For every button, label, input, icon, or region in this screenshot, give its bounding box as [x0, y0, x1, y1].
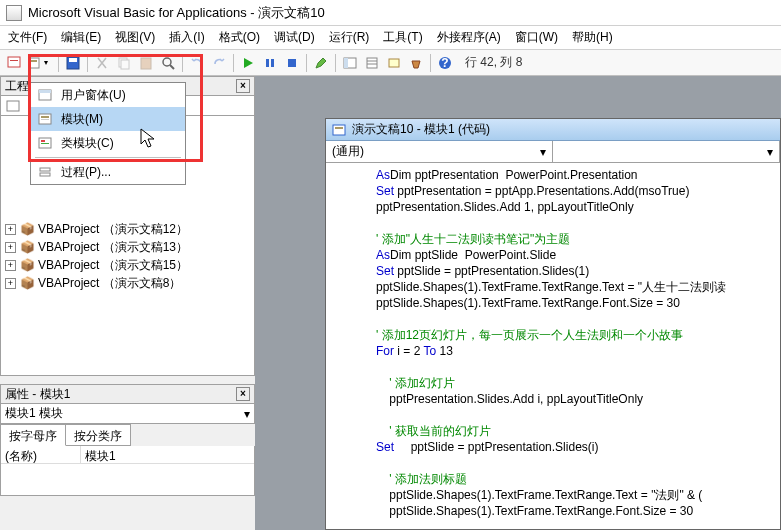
- svg-rect-5: [69, 58, 77, 62]
- menu-file[interactable]: 文件(F): [8, 29, 47, 46]
- code-window-title: 演示文稿10 - 模块1 (代码): [352, 121, 490, 138]
- tab-alphabetic[interactable]: 按字母序: [1, 424, 66, 446]
- svg-rect-2: [29, 58, 39, 68]
- properties-tabs: 按字母序 按分类序: [0, 424, 255, 446]
- code-window-titlebar[interactable]: 演示文稿10 - 模块1 (代码): [326, 119, 780, 141]
- app-icon: [6, 5, 22, 21]
- menu-tools[interactable]: 工具(T): [383, 29, 422, 46]
- userform-icon: [37, 87, 53, 103]
- cursor-position-status: 行 42, 列 8: [465, 54, 522, 71]
- help-button[interactable]: ?: [435, 53, 455, 73]
- menu-view[interactable]: 视图(V): [115, 29, 155, 46]
- svg-rect-28: [41, 140, 45, 142]
- tab-categorized[interactable]: 按分类序: [66, 424, 131, 446]
- object-browser-button[interactable]: [384, 53, 404, 73]
- code-window: 演示文稿10 - 模块1 (代码) (通用)▾ ▾ AsDim pptPrese…: [325, 118, 781, 530]
- svg-point-9: [163, 58, 171, 66]
- save-button[interactable]: [63, 53, 83, 73]
- svg-rect-32: [7, 101, 19, 111]
- code-editor[interactable]: AsDim pptPresentation PowerPoint.Present…: [326, 163, 780, 530]
- design-mode-button[interactable]: [311, 53, 331, 73]
- run-button[interactable]: [238, 53, 258, 73]
- svg-rect-23: [39, 90, 51, 93]
- project-icon: 📦: [20, 222, 34, 236]
- menu-edit[interactable]: 编辑(E): [61, 29, 101, 46]
- svg-rect-1: [10, 60, 18, 61]
- properties-object-combo[interactable]: 模块1 模块 ▾: [0, 404, 255, 424]
- toolbar: ? 行 42, 列 8: [0, 50, 781, 76]
- dropdown-userform-label: 用户窗体(U): [61, 87, 126, 104]
- dropdown-module[interactable]: 模块(M): [31, 107, 185, 131]
- insert-dropdown-menu: 用户窗体(U) 模块(M) 类模块(C) 过程(P)...: [30, 82, 186, 185]
- svg-rect-36: [335, 127, 343, 129]
- dropdown-userform[interactable]: 用户窗体(U): [31, 83, 185, 107]
- project-pane-close[interactable]: ×: [236, 79, 250, 93]
- menu-format[interactable]: 格式(O): [219, 29, 260, 46]
- code-object-combo[interactable]: (通用)▾: [326, 141, 553, 162]
- project-item[interactable]: +📦VBAProject （演示文稿13）: [3, 238, 252, 256]
- svg-line-10: [170, 65, 174, 69]
- svg-rect-8: [141, 58, 151, 69]
- svg-rect-19: [389, 59, 399, 67]
- break-button[interactable]: [260, 53, 280, 73]
- properties-close[interactable]: ×: [236, 387, 250, 401]
- svg-rect-0: [8, 57, 20, 67]
- insert-dropdown-button[interactable]: [26, 53, 54, 73]
- dropdown-procedure[interactable]: 过程(P)...: [31, 160, 185, 184]
- dropdown-classmodule[interactable]: 类模块(C): [31, 131, 185, 155]
- svg-rect-15: [344, 58, 348, 68]
- cut-button[interactable]: [92, 53, 112, 73]
- svg-rect-16: [367, 58, 377, 68]
- svg-rect-3: [31, 60, 37, 62]
- dropdown-procedure-label: 过程(P)...: [61, 164, 111, 181]
- module-icon: [37, 111, 53, 127]
- chevron-down-icon: ▾: [540, 145, 546, 159]
- view-ppt-button[interactable]: [4, 53, 24, 73]
- project-item[interactable]: +📦VBAProject （演示文稿15）: [3, 256, 252, 274]
- prop-name-value[interactable]: 模块1: [81, 446, 120, 463]
- svg-rect-30: [40, 168, 50, 171]
- undo-button[interactable]: [187, 53, 207, 73]
- properties-grid[interactable]: (名称) 模块1: [0, 446, 255, 496]
- svg-rect-11: [266, 59, 269, 67]
- menu-window[interactable]: 窗口(W): [515, 29, 558, 46]
- prop-name-key: (名称): [1, 446, 81, 463]
- reset-button[interactable]: [282, 53, 302, 73]
- window-title: Microsoft Visual Basic for Applications …: [28, 4, 325, 22]
- find-button[interactable]: [158, 53, 178, 73]
- redo-button[interactable]: [209, 53, 229, 73]
- svg-rect-7: [121, 60, 129, 69]
- svg-rect-31: [40, 173, 50, 176]
- svg-rect-35: [333, 125, 345, 135]
- project-item[interactable]: +📦VBAProject （演示文稿8）: [3, 274, 252, 292]
- chevron-down-icon: ▾: [767, 145, 773, 159]
- project-explorer-button[interactable]: [340, 53, 360, 73]
- dropdown-classmodule-label: 类模块(C): [61, 135, 114, 152]
- svg-rect-29: [41, 143, 49, 144]
- toolbox-button[interactable]: [406, 53, 426, 73]
- dropdown-module-label: 模块(M): [61, 111, 103, 128]
- view-code-button[interactable]: [3, 96, 23, 116]
- menu-help[interactable]: 帮助(H): [572, 29, 613, 46]
- svg-rect-25: [41, 116, 49, 118]
- paste-button[interactable]: [136, 53, 156, 73]
- project-icon: 📦: [20, 240, 34, 254]
- menu-insert[interactable]: 插入(I): [169, 29, 204, 46]
- menu-debug[interactable]: 调试(D): [274, 29, 315, 46]
- code-proc-combo[interactable]: ▾: [553, 141, 780, 162]
- project-item[interactable]: +📦VBAProject （演示文稿12）: [3, 220, 252, 238]
- properties-button[interactable]: [362, 53, 382, 73]
- svg-rect-26: [41, 119, 49, 120]
- project-icon: 📦: [20, 258, 34, 272]
- code-window-icon: [332, 123, 346, 137]
- svg-text:?: ?: [441, 56, 448, 70]
- menu-run[interactable]: 运行(R): [329, 29, 370, 46]
- project-pane-title: 工程: [5, 78, 29, 95]
- menubar: 文件(F) 编辑(E) 视图(V) 插入(I) 格式(O) 调试(D) 运行(R…: [0, 26, 781, 50]
- copy-button[interactable]: [114, 53, 134, 73]
- mdi-area: 演示文稿10 - 模块1 (代码) (通用)▾ ▾ AsDim pptPrese…: [255, 76, 781, 530]
- menu-addins[interactable]: 外接程序(A): [437, 29, 501, 46]
- classmodule-icon: [37, 135, 53, 151]
- chevron-down-icon: ▾: [244, 407, 250, 421]
- titlebar: Microsoft Visual Basic for Applications …: [0, 0, 781, 26]
